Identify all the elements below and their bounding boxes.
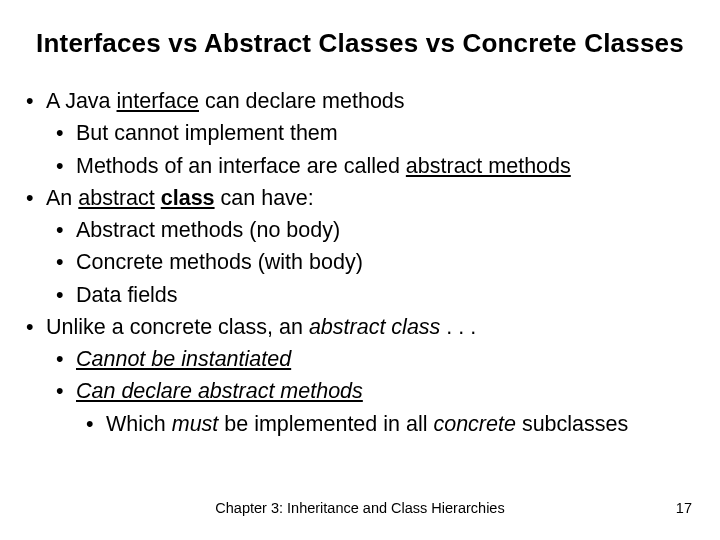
text: Unlike a concrete class, an (46, 315, 309, 339)
underline-declare-abstract: Can declare abstract methods (76, 379, 363, 403)
text: subclasses (516, 412, 628, 436)
text: Methods of an interface are called (76, 154, 406, 178)
bullet-2-1: Abstract methods (no body) (46, 214, 700, 246)
text: . . . (440, 315, 476, 339)
underline-abstract-methods: abstract methods (406, 154, 571, 178)
bullet-list: A Java interface can declare methods But… (14, 85, 706, 440)
underline-cannot-instantiate: Cannot be instantiated (76, 347, 291, 371)
bullet-3-1: Cannot be instantiated (46, 343, 700, 375)
text: An (46, 186, 78, 210)
text: A Java (46, 89, 117, 113)
underline-abstract: abstract (78, 186, 154, 210)
bullet-3-2: Can declare abstract methods Which must … (46, 375, 700, 440)
slide: Interfaces vs Abstract Classes vs Concre… (0, 0, 720, 540)
italic-concrete: concrete (433, 412, 515, 436)
footer-text: Chapter 3: Inheritance and Class Hierarc… (0, 500, 720, 516)
bullet-3-2-1: Which must be implemented in all concret… (76, 408, 700, 440)
bullet-2: An abstract class can have: Abstract met… (20, 182, 700, 311)
bullet-2-2: Concrete methods (with body) (46, 246, 700, 278)
text: can have: (215, 186, 314, 210)
underline-interface: interface (117, 89, 199, 113)
text: be implemented in all (218, 412, 433, 436)
bullet-1-2: Methods of an interface are called abstr… (46, 150, 700, 182)
bullet-2-3: Data fields (46, 279, 700, 311)
italic-abstract-class: abstract class (309, 315, 440, 339)
italic-must: must (172, 412, 219, 436)
text: Which (106, 412, 172, 436)
bullet-1: A Java interface can declare methods But… (20, 85, 700, 182)
page-number: 17 (676, 500, 692, 516)
slide-title: Interfaces vs Abstract Classes vs Concre… (14, 28, 706, 59)
footer: Chapter 3: Inheritance and Class Hierarc… (0, 500, 720, 516)
underline-class: class (161, 186, 215, 210)
text: can declare methods (199, 89, 405, 113)
bullet-1-1: But cannot implement them (46, 117, 700, 149)
bullet-3: Unlike a concrete class, an abstract cla… (20, 311, 700, 440)
